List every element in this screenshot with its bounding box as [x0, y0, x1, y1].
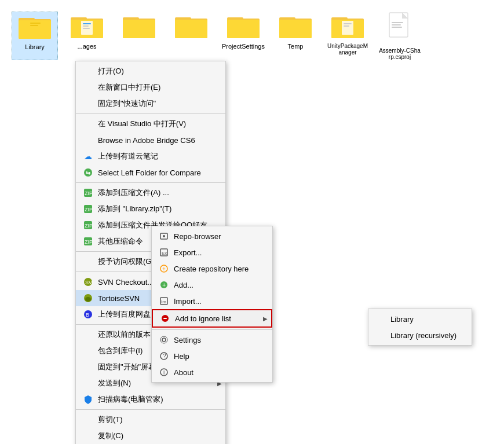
open-icon — [83, 66, 93, 76]
svg-text:+: + — [162, 266, 166, 272]
svn-create-label: Create repository here — [174, 265, 263, 273]
svg-text:ZIP: ZIP — [85, 207, 93, 212]
svg-rect-35 — [392, 27, 402, 28]
ignore-library-recursive[interactable]: Library (recursively) — [368, 327, 472, 343]
menu-adobe-label: Browse in Adobe Bridge CS6 — [98, 136, 216, 145]
ignore-library-recursive-label: Library (recursively) — [390, 331, 462, 340]
svn-help[interactable]: ? Help — [152, 348, 272, 364]
repo-icon — [159, 231, 169, 241]
copy-icon — [83, 431, 93, 441]
ignore-library-label: Library — [390, 315, 462, 324]
svg-text:ZIP: ZIP — [85, 223, 93, 229]
menu-cut[interactable]: 剪切(T) — [76, 412, 225, 428]
cut-icon — [83, 414, 93, 425]
menu-vs-open[interactable]: 在 Visual Studio 中打开(V) — [76, 116, 225, 132]
sep2 — [76, 182, 225, 183]
svn-settings-label: Settings — [174, 336, 263, 344]
svg-text:SVN: SVN — [85, 280, 93, 285]
csproj-file-label: Assembly-CSharp.csproj — [379, 47, 421, 60]
svg-text:⇆: ⇆ — [86, 170, 90, 176]
projectsettings-folder-label: ProjectSettings — [222, 43, 265, 50]
desktop: Library ...ages — [0, 0, 504, 444]
zip3-icon: ZIP — [83, 220, 93, 230]
ignore-context-menu: Library Library (recursively) — [368, 309, 472, 346]
svg-text:B: B — [86, 312, 89, 318]
cloud-icon: ☁ — [83, 151, 93, 162]
svn-about-label: About — [174, 368, 263, 377]
tortoise-icon — [83, 293, 93, 303]
menu-compress1[interactable]: ZIP 添加到压缩文件(A) ... — [76, 185, 225, 201]
restore-icon — [83, 329, 93, 340]
about-icon: i — [159, 367, 169, 377]
svn-import[interactable]: Im Import... — [152, 293, 272, 309]
pin-icon — [83, 98, 93, 109]
svg-point-65 — [160, 336, 167, 343]
temp-folder-image — [278, 12, 313, 41]
open-new-icon — [83, 82, 93, 93]
library-folder-icon[interactable]: Library — [12, 12, 58, 60]
ignore-lib-icon — [375, 314, 386, 324]
svg-rect-34 — [392, 24, 401, 25]
menu-open[interactable]: 打开(O) — [76, 63, 225, 79]
menu-scan-label: 扫描病毒(电脑管家) — [98, 394, 216, 405]
menu-compress2[interactable]: ZIP 添加到 "Library.zip"(T) — [76, 201, 225, 217]
svn-context-menu: Repo-browser Ex Export... + Create repos… — [151, 226, 273, 383]
svg-point-53 — [163, 235, 165, 237]
include-icon — [83, 346, 93, 356]
svg-rect-17 — [175, 20, 207, 38]
shield-icon — [83, 394, 93, 405]
menu-scan[interactable]: 扫描病毒(电脑管家) — [76, 391, 225, 408]
csproj-file-icon[interactable]: Assembly-CSharp.csproj — [377, 12, 423, 60]
svg-rect-33 — [392, 22, 403, 23]
svn-import-label: Import... — [174, 297, 263, 306]
svn-export[interactable]: Ex Export... — [152, 244, 272, 260]
svn-create-repo[interactable]: + Create repository here — [152, 260, 272, 277]
svg-text:?: ? — [163, 353, 166, 359]
svn-add[interactable]: + Add... — [152, 277, 272, 293]
export-icon: Ex — [159, 247, 169, 258]
temp-folder-icon[interactable]: Temp — [272, 12, 319, 60]
svn-repo-browser[interactable]: Repo-browser — [152, 228, 272, 244]
ages-folder-image — [70, 12, 104, 41]
menu-pin-quick[interactable]: 固定到"快速访问" — [76, 96, 225, 112]
compare-icon: ⇆ — [83, 167, 93, 178]
menu-copy[interactable]: 复制(C) — [76, 428, 225, 444]
ages-folder-icon[interactable]: ...ages — [64, 12, 110, 60]
menu-copy-label: 复制(C) — [98, 431, 216, 441]
menu-open-new-label: 在新窗口中打开(E) — [98, 82, 216, 93]
add-icon: + — [159, 280, 169, 290]
svg-rect-63 — [163, 318, 167, 319]
folder4-icon[interactable] — [168, 12, 214, 60]
svg-text:ZIP: ZIP — [85, 190, 93, 196]
pin-start-icon — [83, 362, 93, 372]
projectsettings-folder-icon[interactable]: ProjectSettings — [220, 12, 266, 60]
menu-compare-label: Select Left Folder for Compare — [98, 168, 216, 177]
library-folder-image — [17, 12, 52, 41]
zip4-icon: ZIP — [83, 236, 93, 247]
svn-ignore-list[interactable]: Add to ignore list ▶ — [152, 309, 272, 328]
svg-rect-3 — [30, 23, 41, 24]
svg-rect-14 — [123, 20, 155, 38]
ignore-library[interactable]: Library — [368, 311, 472, 327]
svg-rect-23 — [279, 20, 312, 38]
send-icon — [83, 378, 93, 388]
svn-add-label: Add... — [174, 281, 263, 289]
svn-about[interactable]: i About — [152, 364, 272, 380]
svg-text:Ex: Ex — [162, 251, 167, 256]
menu-adobe[interactable]: Browse in Adobe Bridge CS6 — [76, 132, 225, 148]
library-folder-label: Library — [25, 43, 45, 50]
ignore-lib-rec-icon — [375, 330, 386, 340]
svg-text:ZIP: ZIP — [85, 239, 93, 245]
svn-settings[interactable]: Settings — [152, 332, 272, 348]
svn-sep1 — [152, 329, 272, 330]
menu-compress1-label: 添加到压缩文件(A) ... — [98, 188, 216, 198]
menu-pin-label: 固定到"快速访问" — [98, 98, 216, 109]
svg-rect-29 — [344, 25, 349, 27]
menu-compare[interactable]: ⇆ Select Left Folder for Compare — [76, 164, 225, 181]
svg-rect-10 — [83, 25, 89, 27]
menu-youdao[interactable]: ☁ 上传到有道云笔记 — [76, 148, 225, 164]
sep6 — [76, 409, 225, 410]
folder3-icon[interactable] — [116, 12, 162, 60]
menu-open-new-window[interactable]: 在新窗口中打开(E) — [76, 79, 225, 96]
unity-folder-icon[interactable]: UnityPackageManager — [324, 12, 371, 60]
